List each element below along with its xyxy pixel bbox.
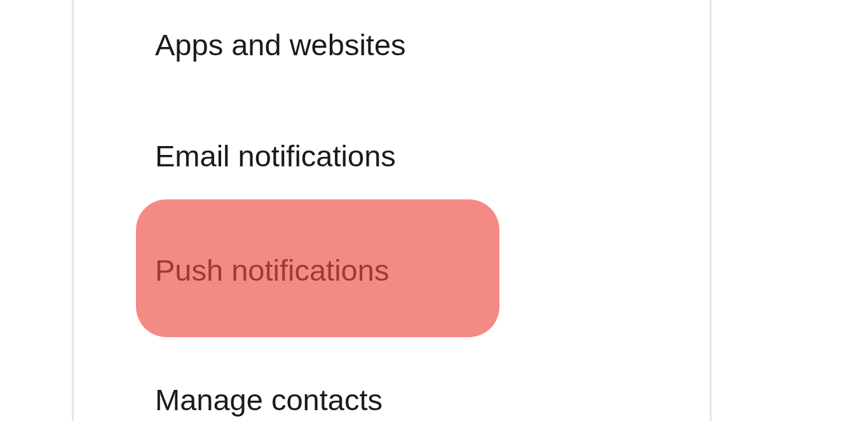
menu-item-apps-and-websites[interactable]: Apps and websites: [155, 27, 406, 63]
menu-item-push-notifications[interactable]: Push notifications: [155, 253, 389, 288]
menu-item-email-notifications[interactable]: Email notifications: [155, 138, 396, 174]
menu-item-manage-contacts[interactable]: Manage contacts: [155, 382, 383, 418]
settings-sidebar-panel: Apps and websites Email notifications Pu…: [72, 0, 712, 421]
